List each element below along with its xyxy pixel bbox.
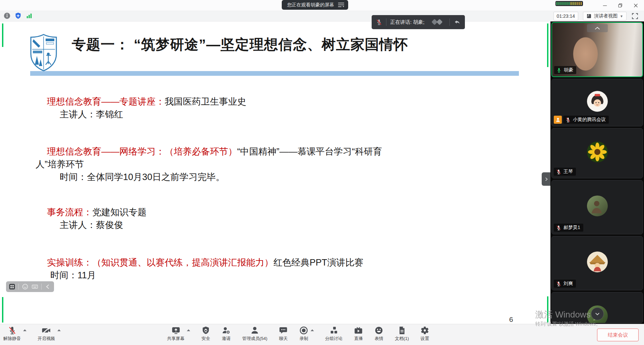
settings-gear-icon: [420, 326, 429, 335]
mic-muted-icon: [556, 169, 561, 175]
participant-name: 郝梦昊1: [564, 225, 580, 231]
avatar: [587, 91, 608, 112]
end-meeting-button[interactable]: 结束会议: [597, 329, 639, 341]
participant-tile-王琴[interactable]: 王琴: [551, 128, 643, 178]
view-mode-label: 演讲者视图: [594, 13, 618, 19]
caret-up-icon[interactable]: [186, 329, 191, 332]
participant-name: 小黄的腾讯会议: [573, 117, 606, 123]
layout-icon: [586, 13, 592, 19]
banner-menu-icon[interactable]: [337, 2, 345, 8]
participant-tile-刘爽[interactable]: 刘爽: [551, 236, 643, 290]
share-border-segment: [2, 23, 3, 47]
avatar: [587, 195, 608, 217]
participants-sidebar: 胡豪小黄的腾讯会议王琴郝梦昊1刘爽: [550, 21, 644, 324]
record-circle-icon: [299, 326, 308, 335]
toolbar-chat-button[interactable]: 聊天: [279, 326, 288, 342]
slide-text-line: 实操训练：（知识贯通、以赛代练，提高演讲汇报能力）红色经典PPT演讲比赛: [0, 256, 550, 269]
mic-muted-icon: [556, 281, 561, 287]
caret-up-icon[interactable]: [57, 329, 61, 332]
slide-text-block-1: 理想信念教育——专题讲座：我国医药卫生事业史主讲人：李锦红: [0, 95, 550, 121]
window-controls: [598, 0, 642, 11]
toolbar-settings-button[interactable]: 设置: [420, 326, 429, 342]
slide-text-line: 时间：11月: [0, 269, 550, 282]
toolbar-label: 表情: [375, 336, 383, 342]
slide-text-line: 事务流程：党建知识专题: [0, 206, 550, 219]
toolbar-record-button[interactable]: 录制: [299, 326, 308, 342]
toolbar-invite-button[interactable]: 邀请: [222, 326, 231, 342]
slide-body: 理想信念教育——专题讲座：我国医药卫生事业史主讲人：李锦红理想信念教育——网络学…: [0, 21, 550, 324]
restore-button[interactable]: [614, 1, 627, 10]
avatar: [587, 251, 608, 273]
toolbar-label: 文档(1): [395, 336, 409, 342]
members-person-icon: [250, 326, 259, 335]
window-titlebar: 您正在观看胡豪的屏幕: [0, 0, 644, 11]
participant-label: 小黄的腾讯会议: [563, 116, 609, 124]
toolbar-emoji-button[interactable]: 表情: [374, 326, 383, 342]
divider: [18, 284, 19, 290]
meeting-logo-icon: [428, 18, 446, 26]
collapse-left-icon[interactable]: [45, 283, 51, 290]
chat-bubble-icon: [279, 326, 288, 335]
toolbar-share-screen-button[interactable]: 共享屏幕: [167, 326, 184, 342]
toolbar-label: 聊天: [279, 336, 288, 342]
toolbar-label: 直播: [354, 336, 363, 342]
participant-tile-郝梦昊1[interactable]: 郝梦昊1: [551, 180, 643, 234]
host-person-badge-icon: [554, 116, 562, 124]
toolbar-breakout-button[interactable]: 分组讨论: [325, 326, 342, 342]
participant-label-row: 王琴: [554, 168, 576, 176]
restore-window-icon[interactable]: [453, 18, 461, 26]
slide-text-line: 理想信念教育——网络学习：（培养必备环节）“中国精神”——慕课平台学习“科研育: [0, 145, 550, 158]
toolbar-docs-button[interactable]: 文档(1): [395, 326, 409, 342]
toolbar-start-video-button[interactable]: 开启视频: [38, 326, 55, 342]
share-screen-icon: [171, 326, 180, 335]
grid-view-icon[interactable]: [9, 283, 15, 290]
view-mode-dropdown[interactable]: 演讲者视图 ▼: [583, 12, 627, 20]
toolbar-label: 邀请: [222, 336, 231, 342]
emoji-icon[interactable]: [22, 283, 29, 290]
emoji-smiley-icon: [374, 326, 383, 335]
participant-tile-胡豪[interactable]: 胡豪: [551, 22, 643, 77]
slide-text-block-3: 事务流程：党建知识专题主讲人：蔡俊俊: [0, 206, 550, 231]
mini-toolbar: [6, 281, 54, 292]
scroll-up-button[interactable]: [587, 24, 608, 32]
participant-name: 胡豪: [564, 67, 573, 73]
toolbar-members-button[interactable]: 管理成员(54): [242, 326, 267, 342]
mic-muted-icon: [376, 19, 382, 25]
caret-up-icon[interactable]: [23, 329, 27, 332]
close-button[interactable]: [629, 1, 642, 10]
caret-up-icon[interactable]: [310, 329, 314, 332]
share-border-segment: [2, 297, 3, 323]
toolbar-unmute-button[interactable]: 解除静音: [3, 326, 21, 342]
toolbar-security-button[interactable]: 安全: [201, 326, 210, 342]
shield-plus-icon[interactable]: [14, 12, 22, 19]
network-signal-icon[interactable]: [25, 12, 33, 19]
avatar: [587, 141, 608, 163]
participant-label-row: 小黄的腾讯会议: [554, 116, 609, 124]
minimize-button[interactable]: [598, 1, 611, 10]
toolbar-label: 设置: [421, 336, 429, 342]
shared-screen-slide: 专题一： “筑梦研途”—坚定理想信念、树立家国情怀 理想信念教育——专题讲座：我…: [0, 21, 550, 324]
slide-text-line: 人”培养环节: [0, 158, 550, 171]
participant-label-row: 胡豪: [554, 66, 576, 74]
breakout-rooms-icon: [329, 326, 338, 335]
meeting-info-icon[interactable]: [3, 12, 11, 19]
toolbar-label: 录制: [300, 336, 308, 342]
speaking-toast: 正在讲话: 胡豪;: [372, 15, 465, 29]
toolbar-label: 安全: [202, 336, 210, 342]
slide-text-block-2: 理想信念教育——网络学习：（培养必备环节）“中国精神”——慕课平台学习“科研育人…: [0, 145, 550, 183]
meeting-window: 您正在观看胡豪的屏幕 01:23:14 演讲者视图 ▼: [0, 0, 644, 345]
sidebar-collapse-tab[interactable]: [542, 172, 550, 186]
slide-text-line: 主讲人：李锦红: [0, 108, 550, 121]
toolbar-label: 解除静音: [3, 336, 21, 342]
participant-list: 胡豪小黄的腾讯会议王琴郝梦昊1刘爽: [550, 21, 644, 324]
keyboard-icon[interactable]: [32, 283, 38, 290]
meeting-topbar: 01:23:14 演讲者视图 ▼: [0, 11, 644, 21]
toolbar-center: 共享屏幕安全邀请管理成员(54)聊天录制分组讨论直播表情文档(1)设置: [167, 326, 429, 342]
fullscreen-icon[interactable]: [631, 12, 639, 20]
toolbar-live-button[interactable]: 直播: [354, 326, 363, 342]
camera-off-icon: [42, 326, 51, 335]
toolbar-label: 管理成员(54): [242, 336, 267, 342]
mic-muted-icon: [565, 117, 571, 123]
scroll-down-button[interactable]: [591, 307, 604, 320]
participant-tile-小黄的腾讯会议[interactable]: 小黄的腾讯会议: [551, 79, 643, 126]
